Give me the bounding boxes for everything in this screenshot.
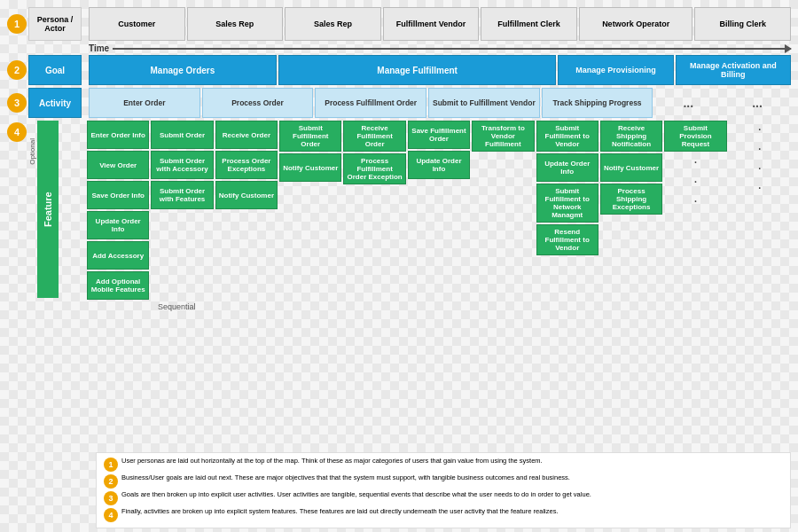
activity-dots-1: ... [654,88,722,118]
feature-submit-order-accessory: Submit Order with Accessory [151,151,213,179]
time-row: Time [89,43,791,53]
feature-update-order-info-2: Update Order Info [408,151,470,179]
legend-text-4: Finally, activities are broken up into e… [121,507,558,516]
persona-row: 1 Persona / Actor Customer Sales Rep Sal… [7,7,791,41]
dot-5: · [729,140,791,158]
goal-manage-activation: Manage Activation and Billing [676,55,791,85]
dot-6: · [729,160,791,177]
legend-text-2: Business/User goals are laid out next. T… [121,473,570,482]
dot-7: · [729,179,791,197]
features-main-area: Enter Order Info View Order Save Order I… [87,121,791,300]
feature-add-accessory: Add Accessory [87,241,149,270]
dot-1: · [664,153,726,171]
feature-label: Feature [37,121,59,298]
activity-process-order: Process Order [202,88,314,118]
dot-2: · [664,173,726,191]
legend-item-4: 4 Finally, activities are broken up into… [104,507,783,522]
goal-manage-orders: Manage Orders [89,55,277,85]
feature-update-order-info: Update Order Info [87,211,149,239]
feature-box-area: Optional Feature [28,121,59,298]
feature-notify-customer: Notify Customer [215,181,278,209]
activities-cells: Enter Order Process Order Process Fulfil… [89,88,791,118]
legend-text-3: Goals are then broken up into explicit u… [121,490,591,499]
persona-network-operator: Network Operator [579,7,693,41]
legend-area: 1 User personas are laid out horizontall… [96,452,791,528]
feature-add-mobile: Add Optional Mobile Features [87,271,149,300]
persona-fulfillment-clerk: Fulfillment Clerk [481,7,577,41]
step-badge-1: 1 [7,14,27,34]
persona-customer: Customer [89,7,185,41]
sequential-label-area: Sequential [158,301,791,311]
feature-enter-order-info: Enter Order Info [87,121,149,149]
legend-num-4: 4 [104,508,118,522]
time-label: Time [89,43,109,53]
feature-col-10: Submit Provision Request · · · [664,121,726,210]
feature-col-3: Receive Order Process Order Exceptions N… [215,121,278,209]
persona-billing-clerk: Billing Clerk [694,7,791,41]
feature-label-area: 4 Optional Feature [7,121,85,300]
content-area: 1 Persona / Actor Customer Sales Rep Sal… [0,0,798,315]
activity-track-shipping: Track Shipping Progress [542,88,653,118]
feature-submit-network: Submit Fulfillment to Network Managmt [536,184,598,223]
feature-receive-order: Receive Order [215,121,278,149]
goal-manage-provisioning: Manage Provisioning [558,55,673,85]
feature-col-2: Submit Order Submit Order with Accessory… [151,121,213,209]
legend-num-2: 2 [104,474,118,489]
feature-submit-order: Submit Order [151,121,213,149]
feature-update-order-info-3: Update Order Info [536,153,598,182]
sequential-label: Sequential [158,302,196,311]
step-badge-4: 4 [7,122,27,142]
goals-label: Goal [28,55,82,85]
activity-process-fulfillment: Process Fulfillment Order [315,88,426,118]
persona-salesrep2: Sales Rep [285,7,381,41]
feature-col-11: · · · · [729,121,791,197]
time-arrow [113,48,791,50]
legend-item-2: 2 Business/User goals are laid out next.… [104,473,783,489]
legend-num-3: 3 [104,491,118,505]
feature-col-9: Receive Shipping Notification Notify Cus… [600,121,662,215]
activity-dots-2: ... [724,88,791,118]
feature-submit-fulfillment: Submit Fulfillment Order [279,121,341,152]
feature-col-8: Submit Fulfillment to Vendor Update Orde… [536,121,598,255]
persona-salesrep: Sales Rep [187,7,284,41]
feature-col-1: Enter Order Info View Order Save Order I… [87,121,149,300]
goals-cells: Manage Orders Manage Fulfillment Manage … [89,55,791,85]
feature-col-5: Receive Fulfillment Order Process Fulfil… [343,121,405,184]
legend-num-1: 1 [104,458,118,472]
feature-submit-provision: Submit Provision Request [664,121,726,152]
persona-label: Persona / Actor [28,7,82,41]
step-badge-3: 3 [7,93,27,113]
feature-process-order-exceptions: Process Order Exceptions [215,151,278,179]
dot-3: · [664,192,726,210]
legend-text-1: User personas are laid out horizontally … [121,457,543,466]
feature-receive-shipping: Receive Shipping Notification [600,121,662,152]
feature-save-order-info: Save Order Info [87,181,149,209]
feature-submit-to-vendor: Submit Fulfillment to Vendor [536,121,598,152]
feature-col-6: Save Fulfillment Order Update Order Info [408,121,470,179]
feature-col-4: Submit Fulfillment Order Notify Customer [279,121,341,182]
main-container: 1 Persona / Actor Customer Sales Rep Sal… [0,0,798,532]
feature-resend-fulfillment: Resend Fulfillment to Vendor [536,224,598,255]
feature-receive-fulfillment: Receive Fulfillment Order [343,121,405,152]
feature-save-fulfillment: Save Fulfillment Order [408,121,470,149]
persona-fulfillment-vendor: Fulfillment Vendor [383,7,480,41]
feature-notify-customer-2: Notify Customer [279,153,341,182]
persona-cells: Customer Sales Rep Sales Rep Fulfillment… [89,7,791,41]
legend-item-1: 1 User personas are laid out horizontall… [104,457,783,472]
feature-process-shipping-exceptions: Process Shipping Exceptions [600,184,662,215]
bottom-section: 4 Optional Feature Enter Order Info View… [7,121,791,300]
activities-label: Activity [28,88,82,118]
step-badge-2: 2 [7,60,27,80]
feature-notify-customer-3: Notify Customer [600,153,662,182]
activity-submit-vendor: Submit to Fulfillment Vendor [428,88,540,118]
feature-view-order: View Order [87,151,149,179]
activities-row: 3 Activity Enter Order Process Order Pro… [7,88,791,118]
feature-submit-order-features: Submit Order with Features [151,181,213,209]
goals-row: 2 Goal Manage Orders Manage Fulfillment … [7,55,791,85]
goal-manage-fulfillment: Manage Fulfillment [278,55,557,85]
feature-transform-vendor: Transform to Vendor Fulfillment [472,121,534,152]
feature-process-fulfillment-exception: Process Fulfillment Order Exception [343,153,405,184]
legend-item-3: 3 Goals are then broken up into explicit… [104,490,783,505]
feature-col-7: Transform to Vendor Fulfillment [472,121,534,152]
optional-label: Optional [28,138,36,165]
